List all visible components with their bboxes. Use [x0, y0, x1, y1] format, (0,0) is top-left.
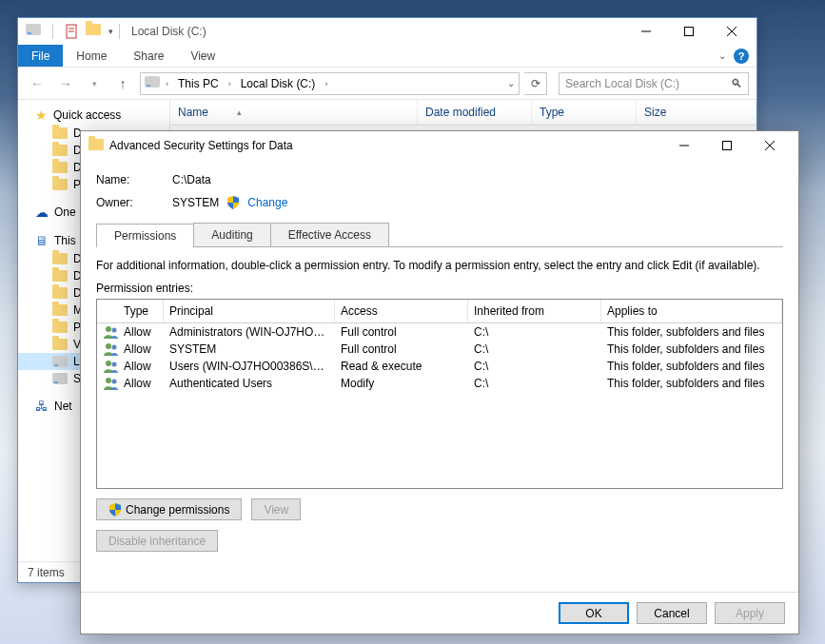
row-inherited: C:\ [468, 375, 601, 392]
ribbon-expand-icon[interactable]: ⌄ [718, 50, 726, 61]
nav-back-button[interactable]: ← [26, 72, 49, 95]
row-inherited: C:\ [468, 323, 601, 341]
group-icon [103, 360, 112, 373]
drive-icon [26, 24, 41, 39]
svg-rect-4 [684, 28, 693, 36]
cloud-icon: ☁ [35, 205, 49, 220]
change-owner-link[interactable]: Change [247, 196, 287, 209]
row-inherited: C:\ [468, 358, 601, 375]
folder-icon [52, 162, 68, 173]
explorer-titlebar[interactable]: ▾ Local Disk (C:) [18, 18, 756, 45]
svg-rect-8 [722, 142, 731, 150]
ribbon-view-tab[interactable]: View [177, 45, 228, 67]
row-applies: This folder, subfolders and files [601, 323, 782, 341]
close-button[interactable] [710, 18, 753, 45]
apply-button[interactable]: Apply [715, 602, 785, 624]
chevron-right-icon[interactable]: › [324, 79, 327, 88]
folder-icon [52, 145, 68, 156]
ribbon-share-tab[interactable]: Share [120, 45, 177, 67]
permission-row[interactable]: AllowUsers (WIN-OJ7HO00386S\Us…Read & ex… [97, 358, 782, 375]
folder-icon [52, 270, 68, 282]
nav-recent-icon[interactable]: ▾ [83, 72, 106, 95]
minimize-button[interactable] [662, 132, 705, 159]
permission-header[interactable]: Type Principal Access Inherited from App… [97, 300, 782, 323]
row-principal: Authenticated Users [164, 375, 335, 392]
row-type: Allow [118, 323, 164, 341]
tab-auditing[interactable]: Auditing [193, 223, 270, 246]
owner-value: SYSTEM [172, 196, 219, 209]
row-access: Read & execute [335, 358, 468, 375]
head-access[interactable]: Access [335, 300, 468, 322]
ok-button[interactable]: OK [559, 602, 629, 624]
chevron-right-icon[interactable]: › [228, 79, 231, 88]
breadcrumb-thispc[interactable]: This PC [174, 75, 223, 92]
column-headers[interactable]: Name▴ Date modified Type Size [170, 100, 756, 126]
help-icon[interactable]: ? [734, 49, 749, 64]
col-name[interactable]: Name▴ [170, 100, 418, 125]
svg-point-13 [106, 343, 111, 349]
close-button[interactable] [748, 132, 791, 159]
group-icon [103, 377, 112, 390]
permission-table[interactable]: Type Principal Access Inherited from App… [96, 299, 783, 489]
minimize-button[interactable] [624, 18, 667, 45]
permission-row[interactable]: AllowAdministrators (WIN-OJ7HO0…Full con… [97, 323, 782, 341]
row-type: Allow [118, 375, 164, 392]
tab-effective-access[interactable]: Effective Access [270, 223, 389, 246]
separator [119, 24, 120, 39]
drive-icon [52, 373, 68, 384]
owner-label: Owner: [96, 196, 172, 209]
permission-row[interactable]: AllowAuthenticated UsersModifyC:\This fo… [97, 375, 782, 392]
col-date[interactable]: Date modified [418, 100, 532, 125]
permission-row[interactable]: AllowSYSTEMFull controlC:\This folder, s… [97, 341, 782, 358]
folder-icon [88, 139, 104, 153]
advanced-security-dialog: Advanced Security Settings for Data Name… [80, 130, 799, 634]
search-input[interactable]: Search Local Disk (C:) 🔍︎ [559, 72, 749, 95]
address-bar[interactable]: › This PC › Local Disk (C:) › ⌄ [140, 72, 520, 95]
nav-forward-button[interactable]: → [54, 72, 77, 95]
sort-asc-icon: ▴ [237, 107, 242, 117]
desktop-background: ▾ Local Disk (C:) File Home Share View [0, 0, 825, 644]
row-type: Allow [118, 358, 164, 375]
nav-up-button[interactable]: ↑ [111, 72, 134, 95]
maximize-button[interactable] [705, 132, 748, 159]
addr-dropdown-icon[interactable]: ⌄ [507, 78, 515, 88]
head-applies[interactable]: Applies to [601, 300, 782, 322]
dialog-titlebar[interactable]: Advanced Security Settings for Data [81, 131, 798, 160]
tab-permissions[interactable]: Permissions [96, 224, 194, 247]
shield-icon [108, 503, 122, 517]
svg-point-14 [112, 345, 117, 350]
folder-icon [52, 253, 68, 264]
head-inherited[interactable]: Inherited from [468, 300, 601, 322]
head-principal[interactable]: Principal [164, 300, 335, 322]
breadcrumb-localdisk[interactable]: Local Disk (C:) [237, 75, 320, 92]
row-access: Full control [335, 323, 468, 341]
folder-icon [52, 287, 68, 299]
shield-icon [226, 196, 240, 209]
ribbon-file-tab[interactable]: File [18, 45, 63, 67]
change-permissions-button[interactable]: Change permissions [96, 498, 242, 520]
navigation-bar: ← → ▾ ↑ › This PC › Local Disk (C:) › ⌄ … [18, 68, 756, 100]
view-button[interactable]: View [251, 498, 301, 520]
dialog-title: Advanced Security Settings for Data [109, 139, 293, 152]
folder-icon [52, 339, 68, 350]
star-icon: ★ [35, 107, 48, 123]
drive-icon [52, 356, 68, 367]
refresh-button[interactable]: ⟳ [524, 72, 547, 95]
properties-icon[interactable] [65, 24, 80, 39]
cancel-button[interactable]: Cancel [637, 602, 707, 624]
maximize-button[interactable] [667, 18, 710, 45]
col-size[interactable]: Size [637, 100, 756, 125]
ribbon-home-tab[interactable]: Home [63, 45, 120, 67]
svg-point-17 [106, 378, 111, 383]
col-type[interactable]: Type [532, 100, 637, 125]
sidebar-quick-access[interactable]: ★Quick access [18, 106, 169, 125]
qat-chevron-icon[interactable]: ▾ [108, 27, 113, 36]
chevron-right-icon[interactable]: › [166, 79, 168, 88]
row-principal: Administrators (WIN-OJ7HO0… [164, 323, 335, 341]
group-icon [103, 342, 112, 356]
folder-icon[interactable] [86, 24, 101, 39]
row-access: Full control [335, 341, 468, 358]
disable-inheritance-button[interactable]: Disable inheritance [96, 530, 218, 552]
pc-icon: 🖥 [35, 233, 49, 248]
head-type[interactable]: Type [118, 300, 164, 322]
